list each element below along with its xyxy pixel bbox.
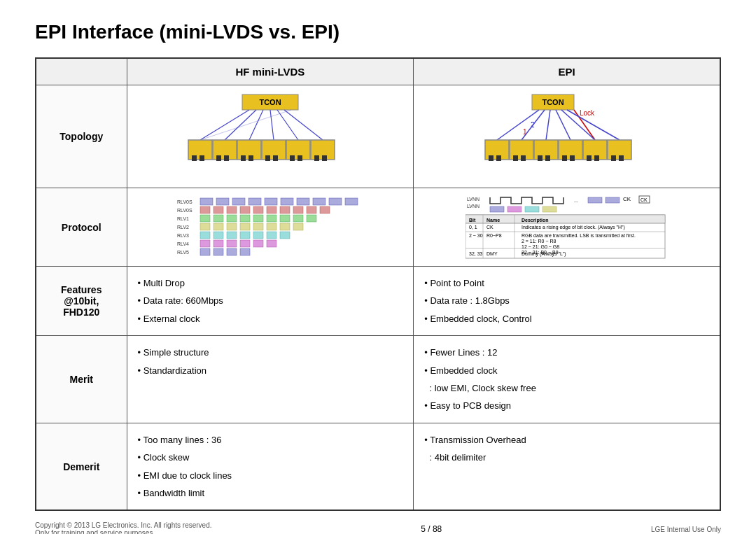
svg-rect-107 bbox=[280, 232, 290, 239]
svg-rect-76 bbox=[227, 206, 237, 213]
svg-rect-111 bbox=[240, 240, 250, 247]
svg-text:RLV4: RLV4 bbox=[177, 241, 189, 246]
svg-text:2 = 11: R0 ~ R8: 2 = 11: R0 ~ R8 bbox=[522, 239, 556, 244]
protocol-epi: LVNN LVNN ··· CK CK bbox=[414, 188, 720, 267]
svg-rect-16 bbox=[241, 155, 246, 161]
svg-line-8 bbox=[200, 110, 291, 140]
svg-text:2 ~ 30: 2 ~ 30 bbox=[469, 233, 483, 238]
svg-rect-89 bbox=[267, 215, 276, 222]
svg-line-7 bbox=[284, 110, 323, 140]
svg-rect-75 bbox=[214, 206, 223, 213]
svg-rect-67 bbox=[248, 198, 261, 205]
svg-text:32, 33: 32, 33 bbox=[469, 251, 483, 256]
svg-rect-92 bbox=[307, 215, 316, 222]
svg-rect-70 bbox=[297, 198, 309, 205]
svg-rect-26 bbox=[322, 155, 327, 161]
svg-text:CK: CK bbox=[486, 225, 493, 230]
svg-rect-10 bbox=[192, 155, 197, 161]
svg-line-36 bbox=[556, 110, 570, 140]
svg-rect-20 bbox=[273, 155, 278, 161]
merit-epi: • Fewer Lines : 12 • Embedded clock : lo… bbox=[414, 336, 720, 423]
table-row-protocol: Protocol RLV0S RLV0S RLV1 RLV2 RLV3 RLV4… bbox=[36, 188, 720, 267]
demerit-hf-item-4: • Bandwidth limit bbox=[138, 485, 403, 501]
demerit-epi-item-1: • Transmission Overhead bbox=[424, 432, 709, 448]
svg-text:Dummy (Always "L"): Dummy (Always "L") bbox=[522, 251, 566, 257]
svg-rect-49 bbox=[562, 155, 567, 161]
svg-rect-84 bbox=[200, 215, 210, 222]
svg-rect-43 bbox=[513, 155, 518, 161]
svg-rect-108 bbox=[200, 240, 210, 247]
table-row-topology: Topology TCON bbox=[36, 85, 720, 188]
merit-epi-item-2: • Embedded clock bbox=[424, 363, 709, 379]
table-row-demerit: Demerit • Too many lines : 36 • Clock sk… bbox=[36, 423, 720, 510]
svg-rect-64 bbox=[200, 198, 213, 205]
svg-rect-116 bbox=[227, 248, 237, 255]
label-demerit: Demerit bbox=[36, 423, 127, 510]
svg-rect-40 bbox=[489, 155, 493, 161]
svg-rect-99 bbox=[280, 223, 290, 230]
svg-rect-68 bbox=[265, 198, 277, 205]
svg-rect-66 bbox=[232, 198, 245, 205]
svg-rect-44 bbox=[521, 155, 526, 161]
svg-text:LVNN: LVNN bbox=[467, 204, 479, 209]
features-hf-list: • Multi Drop • Data rate: 660Mbps • Exte… bbox=[138, 275, 403, 327]
svg-rect-19 bbox=[265, 155, 270, 161]
svg-rect-102 bbox=[214, 232, 223, 239]
demerit-epi-list: • Transmission Overhead : 4bit delimiter bbox=[424, 432, 709, 466]
svg-text:Name: Name bbox=[486, 218, 500, 223]
col-epi-header: EPI bbox=[414, 58, 720, 85]
svg-rect-117 bbox=[240, 248, 250, 255]
svg-rect-90 bbox=[280, 215, 290, 222]
svg-text:R0~P8: R0~P8 bbox=[486, 233, 502, 238]
label-merit: Merit bbox=[36, 336, 127, 423]
features-epi: • Point to Point • Data rate : 1.8Gbps •… bbox=[414, 267, 720, 336]
features-hf-item-3: • External clock bbox=[138, 311, 403, 327]
footer-copyright: Copyright © 2013 LG Electronics. Inc. Al… bbox=[35, 521, 211, 534]
merit-hf-item-2: • Standardization bbox=[138, 363, 403, 379]
svg-rect-87 bbox=[240, 215, 250, 222]
features-hf: • Multi Drop • Data rate: 660Mbps • Exte… bbox=[127, 267, 414, 336]
svg-rect-86 bbox=[227, 215, 237, 222]
svg-text:TCON: TCON bbox=[259, 98, 281, 106]
features-epi-item-1: • Point to Point bbox=[424, 275, 709, 291]
svg-rect-81 bbox=[293, 206, 303, 213]
svg-rect-112 bbox=[253, 240, 263, 247]
svg-rect-105 bbox=[253, 232, 263, 239]
svg-rect-120 bbox=[490, 206, 504, 212]
label-features: Features@10bit, FHD120 bbox=[36, 267, 127, 336]
svg-rect-115 bbox=[214, 248, 223, 255]
svg-rect-125 bbox=[588, 197, 602, 203]
svg-line-6 bbox=[277, 110, 298, 140]
merit-hf: • Simple structure • Standardization bbox=[127, 336, 414, 423]
merit-epi-item-4: • Easy to PCB design bbox=[424, 398, 709, 414]
merit-epi-item-1: • Fewer Lines : 12 bbox=[424, 344, 709, 360]
svg-rect-121 bbox=[507, 206, 522, 212]
svg-rect-88 bbox=[253, 215, 263, 222]
svg-rect-25 bbox=[314, 155, 319, 161]
svg-rect-95 bbox=[227, 223, 237, 230]
merit-epi-list: • Fewer Lines : 12 • Embedded clock : lo… bbox=[424, 344, 709, 414]
svg-rect-56 bbox=[619, 155, 624, 161]
features-hf-item-1: • Multi Drop bbox=[138, 275, 403, 291]
col-empty bbox=[36, 58, 127, 85]
svg-text:Indicates a rising edge of bit: Indicates a rising edge of bit clock. (A… bbox=[522, 225, 625, 230]
svg-rect-109 bbox=[214, 240, 223, 247]
label-protocol: Protocol bbox=[36, 188, 127, 267]
svg-rect-53 bbox=[594, 155, 599, 161]
svg-text:TCON: TCON bbox=[542, 98, 564, 106]
epi-topology-diagram: TCON Lock 2 1 bbox=[483, 91, 651, 182]
footer-copyright-line1: Copyright © 2013 LG Electronics. Inc. Al… bbox=[35, 521, 211, 529]
demerit-hf-item-1: • Too many lines : 36 bbox=[138, 432, 403, 448]
svg-line-35 bbox=[546, 110, 550, 140]
features-hf-item-2: • Data rate: 660Mbps bbox=[138, 293, 403, 309]
svg-rect-55 bbox=[611, 155, 616, 161]
footer: Copyright © 2013 LG Electronics. Inc. Al… bbox=[35, 521, 721, 534]
svg-rect-77 bbox=[240, 206, 250, 213]
footer-internal: LGE Internal Use Only bbox=[651, 526, 721, 533]
svg-rect-110 bbox=[227, 240, 237, 247]
svg-rect-74 bbox=[200, 206, 210, 213]
svg-rect-50 bbox=[570, 155, 575, 161]
svg-rect-113 bbox=[267, 240, 276, 247]
svg-rect-91 bbox=[293, 215, 303, 222]
label-topology: Topology bbox=[36, 85, 127, 188]
